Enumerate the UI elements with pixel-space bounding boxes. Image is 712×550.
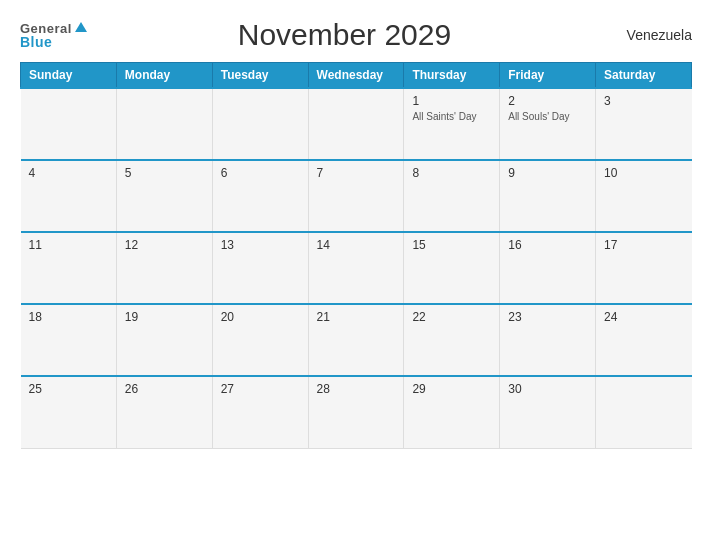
calendar-cell: 4 <box>21 160 117 232</box>
day-number: 25 <box>29 382 108 396</box>
day-number: 24 <box>604 310 683 324</box>
calendar-cell: 21 <box>308 304 404 376</box>
calendar-cell: 9 <box>500 160 596 232</box>
calendar-cell: 8 <box>404 160 500 232</box>
holiday-label: All Saints' Day <box>412 110 491 123</box>
calendar-cell: 16 <box>500 232 596 304</box>
col-sunday: Sunday <box>21 63 117 89</box>
calendar-cell <box>21 88 117 160</box>
day-number: 29 <box>412 382 491 396</box>
logo-general-text: General <box>20 22 87 35</box>
calendar-cell: 30 <box>500 376 596 448</box>
day-number: 28 <box>317 382 396 396</box>
day-number: 21 <box>317 310 396 324</box>
logo-blue-text: Blue <box>20 35 52 49</box>
calendar-cell <box>116 88 212 160</box>
calendar-cell: 10 <box>596 160 692 232</box>
calendar-cell: 17 <box>596 232 692 304</box>
day-number: 26 <box>125 382 204 396</box>
calendar-cell: 26 <box>116 376 212 448</box>
day-number: 5 <box>125 166 204 180</box>
col-friday: Friday <box>500 63 596 89</box>
day-number: 8 <box>412 166 491 180</box>
day-number: 16 <box>508 238 587 252</box>
day-number: 27 <box>221 382 300 396</box>
calendar-cell: 13 <box>212 232 308 304</box>
day-number: 20 <box>221 310 300 324</box>
day-number: 30 <box>508 382 587 396</box>
calendar-cell: 12 <box>116 232 212 304</box>
calendar-cell: 3 <box>596 88 692 160</box>
calendar-cell: 29 <box>404 376 500 448</box>
calendar-cell: 1All Saints' Day <box>404 88 500 160</box>
day-number: 17 <box>604 238 683 252</box>
day-number: 12 <box>125 238 204 252</box>
day-number: 9 <box>508 166 587 180</box>
calendar-cell <box>308 88 404 160</box>
calendar-table: Sunday Monday Tuesday Wednesday Thursday… <box>20 62 692 449</box>
day-number: 2 <box>508 94 587 108</box>
day-number: 15 <box>412 238 491 252</box>
day-number: 11 <box>29 238 108 252</box>
calendar-cell: 11 <box>21 232 117 304</box>
day-number: 22 <box>412 310 491 324</box>
calendar-cell: 19 <box>116 304 212 376</box>
calendar-cell: 25 <box>21 376 117 448</box>
calendar-cell: 2All Souls' Day <box>500 88 596 160</box>
calendar-week-row: 1All Saints' Day2All Souls' Day3 <box>21 88 692 160</box>
calendar-week-row: 252627282930 <box>21 376 692 448</box>
page: General Blue November 2029 Venezuela Sun… <box>0 0 712 550</box>
calendar-cell: 24 <box>596 304 692 376</box>
col-saturday: Saturday <box>596 63 692 89</box>
col-wednesday: Wednesday <box>308 63 404 89</box>
calendar-cell: 20 <box>212 304 308 376</box>
day-number: 3 <box>604 94 683 108</box>
calendar-header-row: Sunday Monday Tuesday Wednesday Thursday… <box>21 63 692 89</box>
calendar-cell: 27 <box>212 376 308 448</box>
day-number: 23 <box>508 310 587 324</box>
calendar-cell <box>212 88 308 160</box>
day-number: 1 <box>412 94 491 108</box>
day-number: 10 <box>604 166 683 180</box>
calendar-cell: 14 <box>308 232 404 304</box>
calendar-title: November 2029 <box>87 18 602 52</box>
day-number: 13 <box>221 238 300 252</box>
day-number: 18 <box>29 310 108 324</box>
logo: General Blue <box>20 22 87 49</box>
calendar-cell: 5 <box>116 160 212 232</box>
col-thursday: Thursday <box>404 63 500 89</box>
day-number: 7 <box>317 166 396 180</box>
calendar-cell: 15 <box>404 232 500 304</box>
day-number: 14 <box>317 238 396 252</box>
country-label: Venezuela <box>602 27 692 43</box>
calendar-cell: 23 <box>500 304 596 376</box>
col-monday: Monday <box>116 63 212 89</box>
calendar-cell <box>596 376 692 448</box>
calendar-cell: 6 <box>212 160 308 232</box>
calendar-week-row: 45678910 <box>21 160 692 232</box>
holiday-label: All Souls' Day <box>508 110 587 123</box>
calendar-week-row: 11121314151617 <box>21 232 692 304</box>
calendar-cell: 28 <box>308 376 404 448</box>
col-tuesday: Tuesday <box>212 63 308 89</box>
calendar-week-row: 18192021222324 <box>21 304 692 376</box>
header: General Blue November 2029 Venezuela <box>20 18 692 52</box>
day-number: 19 <box>125 310 204 324</box>
day-number: 4 <box>29 166 108 180</box>
logo-triangle-icon <box>75 22 87 32</box>
calendar-cell: 22 <box>404 304 500 376</box>
day-number: 6 <box>221 166 300 180</box>
calendar-cell: 7 <box>308 160 404 232</box>
calendar-cell: 18 <box>21 304 117 376</box>
